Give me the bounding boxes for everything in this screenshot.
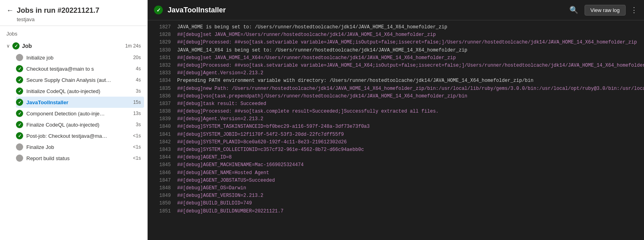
- line-text: ##[debug]Agent.Version=2.213.2: [177, 69, 263, 77]
- line-number: 1843: [154, 146, 171, 154]
- log-line: 1839##[debug]Agent.Version=2.213.2: [148, 115, 644, 123]
- job-steps-list: Initialize job20s✓Checkout testjava@main…: [3, 52, 144, 164]
- job-parent-duration: 1m 24s: [125, 43, 141, 49]
- log-header: ✓ JavaToolInstaller 🔍 View raw log ⋮: [148, 0, 644, 20]
- check-icon: ✓: [18, 66, 22, 71]
- line-text: ##[debug]SYSTEM_PLANID=8ce0a620-192f-4c1…: [177, 139, 347, 146]
- check-icon: ✓: [14, 44, 18, 49]
- step-duration: 13s: [133, 111, 141, 116]
- line-number: 1849: [154, 192, 171, 200]
- line-text: ##[debug]Agent.Version=2.213.2: [177, 115, 263, 123]
- chevron-down-icon: ∨: [6, 43, 10, 49]
- line-text: ##[debug]SYSTEM_COLLECTIONID=c357cf32-96…: [177, 146, 364, 154]
- log-line: 1847##[debug]AGENT_JOBSTATUS=Succeeded: [148, 177, 644, 184]
- job-step-checkout-testjava[interactable]: ✓Checkout testjava@main to s4s: [16, 63, 144, 74]
- back-nav[interactable]: ← Jobs in run #20221121.7: [6, 6, 141, 15]
- log-line: 1844##[debug]AGENT_ID=8: [148, 154, 644, 161]
- line-number: 1847: [154, 177, 171, 184]
- log-line: 1851##[debug]BUILD_BUILDNUMBER=20221121.…: [148, 208, 644, 215]
- step-label: JavaToolInstaller: [26, 99, 130, 105]
- line-text: ##[debug]AGENT_NAME=Hosted Agent: [177, 169, 269, 177]
- line-text: ##[debug]AGENT_JOBSTATUS=Succeeded: [177, 177, 275, 184]
- job-parent-row[interactable]: ∨ ✓ Job 1m 24s: [3, 40, 144, 52]
- log-title: JavaToolInstaller: [168, 6, 563, 14]
- job-parent-label: Job: [22, 43, 123, 49]
- search-button[interactable]: 🔍: [568, 4, 580, 16]
- step-status-icon: ✓: [16, 110, 23, 117]
- sidebar: ← Jobs in run #20221121.7 testjava Jobs …: [0, 0, 148, 240]
- step-duration: 15s: [133, 99, 141, 105]
- line-text: ##[debug]BUILD_BUILDID=749: [177, 200, 252, 207]
- job-step-finalize-job[interactable]: Finalize Job<1s: [16, 141, 144, 153]
- check-icon: ✓: [18, 111, 22, 116]
- job-step-post-job-checkout[interactable]: ✓Post-job: Checkout testjava@ma…<1s: [16, 130, 144, 141]
- line-number: 1851: [154, 208, 171, 215]
- log-line: 1840##[debug]SYSTEM_TASKINSTANCEID=bf0be…: [148, 123, 644, 131]
- line-text: ##[debug]SYSTEM_JOBID=12f1170f-54f2-53f3…: [177, 131, 344, 139]
- job-step-secure-supply-chain[interactable]: ✓Secure Supply Chain Analysis (aut…4s: [16, 74, 144, 85]
- job-status-icon: ✓: [12, 42, 20, 50]
- log-line: 1836##[debug]vso[task.prependpath]/Users…: [148, 93, 644, 100]
- line-text: JAVA_HOME_14_X64 is being set to: /Users…: [177, 47, 467, 54]
- step-status-icon: ✓: [16, 121, 23, 128]
- step-label: Initialize CodeQL (auto-injected): [26, 88, 132, 94]
- step-label: Secure Supply Chain Analysis (aut…: [26, 77, 132, 83]
- log-content: 1827JAVA_HOME is being set to: /Users/ru…: [148, 20, 644, 240]
- line-number: 1841: [154, 131, 171, 139]
- run-subtitle: testjava: [6, 16, 141, 22]
- line-number: 1829: [154, 39, 171, 46]
- log-check-icon: ✓: [156, 7, 161, 13]
- step-label: Finalize Job: [26, 144, 130, 150]
- line-number: 1846: [154, 169, 171, 177]
- log-line: 1848##[debug]AGENT_OS=Darwin: [148, 184, 644, 192]
- log-line: 1831##[debug]set JAVA_HOME_14_X64=/Users…: [148, 54, 644, 62]
- view-raw-log-button[interactable]: View raw log: [585, 5, 626, 16]
- job-step-javatoolinstaller[interactable]: ✓JavaToolInstaller15s: [16, 97, 144, 108]
- jobs-section-label: Jobs: [0, 26, 147, 40]
- line-number: 1828: [154, 31, 171, 39]
- log-line: 1832##[debug]Processed: ##vso[task.setva…: [148, 62, 644, 69]
- step-status-icon: ✓: [16, 87, 23, 95]
- job-group: ∨ ✓ Job 1m 24s Initialize job20s✓Checkou…: [0, 40, 147, 164]
- check-icon: ✓: [18, 100, 22, 105]
- line-number: 1840: [154, 123, 171, 131]
- job-step-finalize-codeql[interactable]: ✓Finalize CodeQL (auto-injected)3s: [16, 119, 144, 130]
- step-label: Initialize job: [26, 55, 130, 61]
- step-status-icon: [16, 155, 23, 162]
- line-text: ##[debug]SYSTEM_TASKINSTANCEID=bf0bec29-…: [177, 123, 369, 131]
- job-step-report-build-status[interactable]: Report build status<1s: [16, 153, 144, 164]
- line-number: 1834: [154, 77, 171, 85]
- line-number: 1837: [154, 100, 171, 108]
- line-text: Prepending PATH environment variable wit…: [177, 77, 533, 85]
- log-line: 1830JAVA_HOME_14_X64 is being set to: /U…: [148, 47, 644, 54]
- step-duration: <1s: [133, 144, 141, 150]
- log-line: 1837##[debug]task result: Succeeded: [148, 100, 644, 108]
- step-status-icon: ✓: [16, 99, 23, 106]
- log-line: 1846##[debug]AGENT_NAME=Hosted Agent: [148, 169, 644, 177]
- job-step-component-detection[interactable]: ✓Component Detection (auto-inje…13s: [16, 108, 144, 119]
- more-options-button[interactable]: ⋮: [630, 6, 638, 14]
- log-line: 1829##[debug]Processed: ##vso[task.setva…: [148, 39, 644, 46]
- line-number: 1838: [154, 108, 171, 115]
- line-text: ##[debug]Processed: ##vso[task.setvariab…: [177, 39, 637, 46]
- line-number: 1836: [154, 93, 171, 100]
- check-icon: ✓: [18, 77, 22, 83]
- line-text: ##[debug]BUILD_BUILDNUMBER=20221121.7: [177, 208, 283, 215]
- log-line: 1838##[debug]Processed: ##vso[task.compl…: [148, 108, 644, 115]
- job-step-initialize-codeql[interactable]: ✓Initialize CodeQL (auto-injected)3s: [16, 85, 144, 97]
- step-status-icon: [16, 143, 23, 151]
- job-step-initialize-job[interactable]: Initialize job20s: [16, 52, 144, 63]
- back-arrow-icon: ←: [6, 6, 14, 15]
- line-number: 1850: [154, 200, 171, 207]
- check-icon: ✓: [18, 122, 22, 127]
- check-icon: ✓: [18, 133, 22, 139]
- step-label: Report build status: [26, 155, 130, 161]
- log-line: 1843##[debug]SYSTEM_COLLECTIONID=c357cf3…: [148, 146, 644, 154]
- step-duration: 3s: [136, 88, 141, 94]
- line-number: 1831: [154, 54, 171, 62]
- line-text: ##[debug]new Path: /Users/runner/hostedt…: [177, 85, 644, 93]
- line-number: 1835: [154, 85, 171, 93]
- line-text: ##[debug]Processed: ##vso[task.setvariab…: [177, 62, 644, 69]
- line-number: 1848: [154, 184, 171, 192]
- log-line: 1835##[debug]new Path: /Users/runner/hos…: [148, 85, 644, 93]
